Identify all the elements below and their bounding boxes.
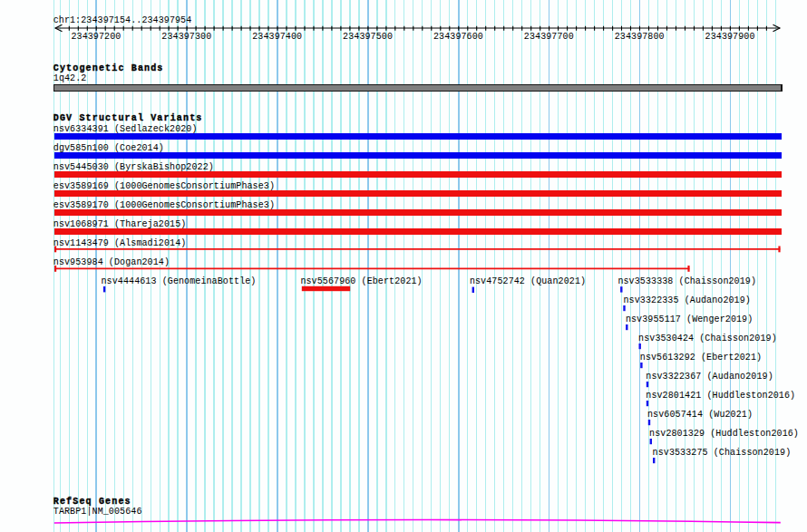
- svg-text:234397400: 234397400: [252, 32, 302, 42]
- svg-text:nsv1143479 (Alsmadi2014): nsv1143479 (Alsmadi2014): [53, 238, 187, 248]
- svg-text:RefSeq Genes: RefSeq Genes: [53, 497, 131, 507]
- svg-text:dgv585n100 (Coe2014): dgv585n100 (Coe2014): [53, 143, 164, 153]
- svg-text:nsv953984 (Dogan2014): nsv953984 (Dogan2014): [53, 257, 170, 267]
- svg-text:Cytogenetic Bands: Cytogenetic Bands: [53, 63, 164, 73]
- svg-text:nsv5567960 (Ebert2021): nsv5567960 (Ebert2021): [300, 276, 422, 286]
- svg-text:nsv4752742 (Quan2021): nsv4752742 (Quan2021): [470, 276, 586, 286]
- svg-text:nsv3322367 (Audano2019): nsv3322367 (Audano2019): [646, 372, 773, 382]
- svg-text:234397300: 234397300: [161, 32, 211, 42]
- svg-text:nsv3955117 (Wenger2019): nsv3955117 (Wenger2019): [626, 314, 753, 324]
- svg-text:234397900: 234397900: [705, 32, 755, 42]
- svg-text:nsv2801329 (Huddleston2016): nsv2801329 (Huddleston2016): [649, 429, 799, 439]
- svg-text:nsv2801421 (Huddleston2016): nsv2801421 (Huddleston2016): [646, 391, 795, 401]
- svg-text:esv3589170 (1000GenomesConsort: esv3589170 (1000GenomesConsortiumPhase3): [53, 200, 275, 210]
- svg-text:234397600: 234397600: [433, 32, 483, 42]
- svg-text:nsv5613292 (Ebert2021): nsv5613292 (Ebert2021): [640, 353, 762, 363]
- svg-text:234397700: 234397700: [524, 32, 574, 42]
- svg-text:234397200: 234397200: [71, 32, 121, 42]
- svg-text:nsv3322335 (Audano2019): nsv3322335 (Audano2019): [624, 295, 751, 305]
- svg-text:nsv6334391 (Sedlazeck2020): nsv6334391 (Sedlazeck2020): [53, 124, 198, 134]
- svg-text:esv3589169 (1000GenomesConsort: esv3589169 (1000GenomesConsortiumPhase3): [53, 181, 275, 191]
- svg-text:nsv5445030 (ByrskaBishop2022): nsv5445030 (ByrskaBishop2022): [53, 162, 214, 172]
- svg-text:chr1:234397154..234397954: chr1:234397154..234397954: [53, 15, 192, 25]
- svg-text:nsv3533275 (Chaisson2019): nsv3533275 (Chaisson2019): [653, 448, 792, 458]
- svg-text:234397800: 234397800: [615, 32, 665, 42]
- svg-text:nsv1068971 (Thareja2015): nsv1068971 (Thareja2015): [53, 219, 187, 229]
- svg-text:DGV Structural Variants: DGV Structural Variants: [53, 113, 203, 123]
- svg-text:nsv6057414 (Wu2021): nsv6057414 (Wu2021): [647, 410, 753, 420]
- svg-text:1q42.2: 1q42.2: [53, 73, 87, 83]
- svg-text:nsv3533338 (Chaisson2019): nsv3533338 (Chaisson2019): [617, 276, 756, 286]
- svg-text:TARBP1|NM_005646: TARBP1|NM_005646: [53, 507, 142, 517]
- svg-text:nsv4444613 (GenomeinaBottle): nsv4444613 (GenomeinaBottle): [102, 276, 257, 286]
- svg-text:234397500: 234397500: [343, 32, 393, 42]
- svg-text:nsv3530424 (Chaisson2019): nsv3530424 (Chaisson2019): [638, 334, 777, 343]
